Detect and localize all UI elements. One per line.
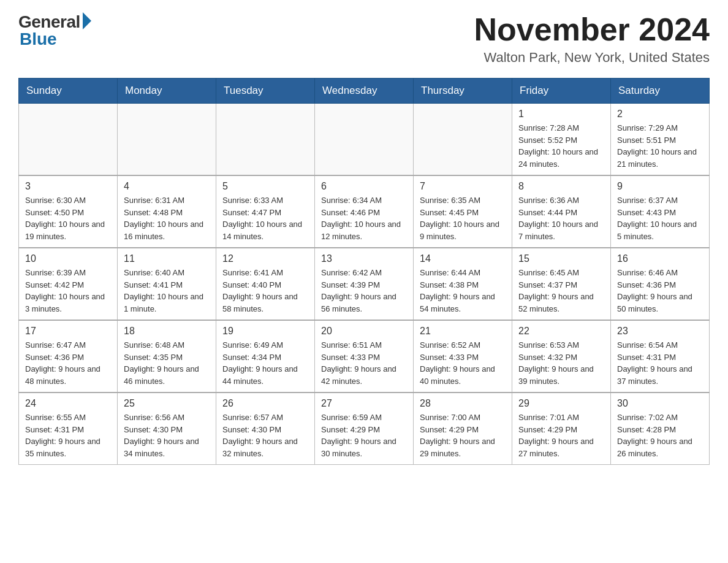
- calendar-day-cell: 6Sunrise: 6:34 AMSunset: 4:46 PMDaylight…: [315, 175, 414, 248]
- day-number: 13: [321, 253, 407, 264]
- day-number: 10: [25, 253, 111, 264]
- day-number: 6: [321, 181, 407, 192]
- day-info: Sunrise: 6:52 AMSunset: 4:33 PMDaylight:…: [420, 339, 506, 387]
- day-info: Sunrise: 6:57 AMSunset: 4:30 PMDaylight:…: [222, 412, 308, 459]
- logo: General Blue: [18, 12, 91, 49]
- calendar-day-cell: 15Sunrise: 6:45 AMSunset: 4:37 PMDayligh…: [512, 248, 611, 320]
- day-info: Sunrise: 7:29 AMSunset: 5:51 PMDaylight:…: [617, 122, 703, 170]
- day-of-week-header: Saturday: [611, 79, 710, 104]
- calendar-day-cell: 3Sunrise: 6:30 AMSunset: 4:50 PMDaylight…: [19, 175, 118, 248]
- day-number: 22: [518, 326, 604, 337]
- calendar-header-row: SundayMondayTuesdayWednesdayThursdayFrid…: [19, 79, 710, 104]
- day-info: Sunrise: 6:59 AMSunset: 4:29 PMDaylight:…: [321, 412, 407, 459]
- day-number: 3: [25, 181, 111, 192]
- day-number: 25: [124, 398, 210, 409]
- day-info: Sunrise: 6:51 AMSunset: 4:33 PMDaylight:…: [321, 339, 407, 387]
- calendar-day-cell: 7Sunrise: 6:35 AMSunset: 4:45 PMDaylight…: [414, 175, 512, 248]
- day-number: 21: [420, 326, 506, 337]
- calendar-day-cell: 30Sunrise: 7:02 AMSunset: 4:28 PMDayligh…: [611, 393, 710, 465]
- day-of-week-header: Friday: [512, 79, 611, 104]
- day-of-week-header: Tuesday: [216, 79, 315, 104]
- day-info: Sunrise: 7:01 AMSunset: 4:29 PMDaylight:…: [518, 412, 604, 459]
- day-number: 14: [420, 253, 506, 264]
- calendar-day-cell: 21Sunrise: 6:52 AMSunset: 4:33 PMDayligh…: [414, 320, 512, 393]
- calendar-week-row: 24Sunrise: 6:55 AMSunset: 4:31 PMDayligh…: [19, 393, 710, 465]
- day-number: 29: [518, 398, 604, 409]
- calendar-day-cell: 10Sunrise: 6:39 AMSunset: 4:42 PMDayligh…: [19, 248, 118, 320]
- day-number: 20: [321, 326, 407, 337]
- calendar-day-cell: 14Sunrise: 6:44 AMSunset: 4:38 PMDayligh…: [414, 248, 512, 320]
- day-info: Sunrise: 6:30 AMSunset: 4:50 PMDaylight:…: [25, 194, 111, 242]
- day-info: Sunrise: 6:35 AMSunset: 4:45 PMDaylight:…: [420, 194, 506, 242]
- day-number: 2: [617, 109, 703, 120]
- calendar-day-cell: 27Sunrise: 6:59 AMSunset: 4:29 PMDayligh…: [315, 393, 414, 465]
- calendar-day-cell: 25Sunrise: 6:56 AMSunset: 4:30 PMDayligh…: [118, 393, 216, 465]
- calendar-day-cell: 11Sunrise: 6:40 AMSunset: 4:41 PMDayligh…: [118, 248, 216, 320]
- day-info: Sunrise: 7:02 AMSunset: 4:28 PMDaylight:…: [617, 412, 703, 459]
- day-info: Sunrise: 7:28 AMSunset: 5:52 PMDaylight:…: [518, 122, 604, 170]
- header: General Blue November 2024 Walton Park, …: [18, 12, 710, 66]
- calendar-day-cell: 16Sunrise: 6:46 AMSunset: 4:36 PMDayligh…: [611, 248, 710, 320]
- calendar-day-cell: 4Sunrise: 6:31 AMSunset: 4:48 PMDaylight…: [118, 175, 216, 248]
- calendar-day-cell: [118, 104, 216, 176]
- calendar-day-cell: [216, 104, 315, 176]
- day-number: 4: [124, 181, 210, 192]
- calendar-day-cell: 12Sunrise: 6:41 AMSunset: 4:40 PMDayligh…: [216, 248, 315, 320]
- day-info: Sunrise: 6:45 AMSunset: 4:37 PMDaylight:…: [518, 267, 604, 315]
- day-info: Sunrise: 6:48 AMSunset: 4:35 PMDaylight:…: [124, 339, 210, 387]
- day-number: 11: [124, 253, 210, 264]
- day-info: Sunrise: 6:42 AMSunset: 4:39 PMDaylight:…: [321, 267, 407, 315]
- day-info: Sunrise: 6:44 AMSunset: 4:38 PMDaylight:…: [420, 267, 506, 315]
- day-number: 8: [518, 181, 604, 192]
- calendar-day-cell: 1Sunrise: 7:28 AMSunset: 5:52 PMDaylight…: [512, 104, 611, 176]
- calendar-day-cell: 2Sunrise: 7:29 AMSunset: 5:51 PMDaylight…: [611, 104, 710, 176]
- title-area: November 2024 Walton Park, New York, Uni…: [474, 12, 710, 66]
- calendar-week-row: 1Sunrise: 7:28 AMSunset: 5:52 PMDaylight…: [19, 104, 710, 176]
- day-info: Sunrise: 6:33 AMSunset: 4:47 PMDaylight:…: [222, 194, 308, 242]
- day-info: Sunrise: 6:53 AMSunset: 4:32 PMDaylight:…: [518, 339, 604, 387]
- calendar-day-cell: 22Sunrise: 6:53 AMSunset: 4:32 PMDayligh…: [512, 320, 611, 393]
- calendar-day-cell: 20Sunrise: 6:51 AMSunset: 4:33 PMDayligh…: [315, 320, 414, 393]
- calendar-week-row: 17Sunrise: 6:47 AMSunset: 4:36 PMDayligh…: [19, 320, 710, 393]
- day-number: 1: [518, 109, 604, 120]
- day-number: 27: [321, 398, 407, 409]
- day-of-week-header: Thursday: [414, 79, 512, 104]
- day-info: Sunrise: 6:37 AMSunset: 4:43 PMDaylight:…: [617, 194, 703, 242]
- day-info: Sunrise: 6:54 AMSunset: 4:31 PMDaylight:…: [617, 339, 703, 387]
- logo-blue-text: Blue: [20, 29, 57, 49]
- calendar-day-cell: 18Sunrise: 6:48 AMSunset: 4:35 PMDayligh…: [118, 320, 216, 393]
- calendar-day-cell: 19Sunrise: 6:49 AMSunset: 4:34 PMDayligh…: [216, 320, 315, 393]
- day-info: Sunrise: 6:55 AMSunset: 4:31 PMDaylight:…: [25, 412, 111, 459]
- day-number: 30: [617, 398, 703, 409]
- day-number: 5: [222, 181, 308, 192]
- day-info: Sunrise: 6:41 AMSunset: 4:40 PMDaylight:…: [222, 267, 308, 315]
- calendar-week-row: 10Sunrise: 6:39 AMSunset: 4:42 PMDayligh…: [19, 248, 710, 320]
- day-info: Sunrise: 7:00 AMSunset: 4:29 PMDaylight:…: [420, 412, 506, 459]
- calendar-table: SundayMondayTuesdayWednesdayThursdayFrid…: [18, 78, 710, 465]
- day-number: 28: [420, 398, 506, 409]
- day-number: 26: [222, 398, 308, 409]
- day-number: 23: [617, 326, 703, 337]
- day-number: 12: [222, 253, 308, 264]
- day-number: 17: [25, 326, 111, 337]
- day-info: Sunrise: 6:34 AMSunset: 4:46 PMDaylight:…: [321, 194, 407, 242]
- calendar-day-cell: 24Sunrise: 6:55 AMSunset: 4:31 PMDayligh…: [19, 393, 118, 465]
- day-info: Sunrise: 6:49 AMSunset: 4:34 PMDaylight:…: [222, 339, 308, 387]
- day-of-week-header: Monday: [118, 79, 216, 104]
- calendar-day-cell: 8Sunrise: 6:36 AMSunset: 4:44 PMDaylight…: [512, 175, 611, 248]
- calendar-day-cell: 26Sunrise: 6:57 AMSunset: 4:30 PMDayligh…: [216, 393, 315, 465]
- location-label: Walton Park, New York, United States: [474, 50, 710, 66]
- month-title: November 2024: [474, 12, 710, 47]
- calendar-day-cell: [414, 104, 512, 176]
- calendar-day-cell: 13Sunrise: 6:42 AMSunset: 4:39 PMDayligh…: [315, 248, 414, 320]
- day-number: 18: [124, 326, 210, 337]
- calendar-day-cell: 23Sunrise: 6:54 AMSunset: 4:31 PMDayligh…: [611, 320, 710, 393]
- day-info: Sunrise: 6:40 AMSunset: 4:41 PMDaylight:…: [124, 267, 210, 315]
- day-number: 7: [420, 181, 506, 192]
- day-number: 9: [617, 181, 703, 192]
- day-info: Sunrise: 6:31 AMSunset: 4:48 PMDaylight:…: [124, 194, 210, 242]
- day-info: Sunrise: 6:56 AMSunset: 4:30 PMDaylight:…: [124, 412, 210, 459]
- day-number: 15: [518, 253, 604, 264]
- day-number: 16: [617, 253, 703, 264]
- day-of-week-header: Sunday: [19, 79, 118, 104]
